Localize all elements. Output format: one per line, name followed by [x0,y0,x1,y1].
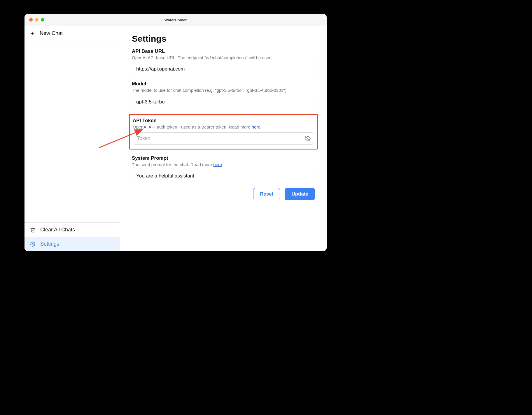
api-token-input[interactable] [133,132,314,145]
action-buttons: Reset Update [132,188,315,200]
field-model: Model The model to use for chat completi… [132,81,315,108]
sidebar-bottom: Clear All Chats Settings [24,222,120,251]
window-body: New Chat Clear All Chats Settings [24,26,327,251]
window-title: WaterCooler [24,18,327,22]
svg-point-2 [32,243,34,245]
window-maximize-button[interactable] [41,18,44,22]
field-api-base-url: API Base URL OpenAI API base URL. The en… [132,48,315,75]
app-window: WaterCooler New Chat Clear All Chats [24,14,327,251]
sidebar: New Chat Clear All Chats Settings [24,26,120,251]
settings-nav-label: Settings [40,241,59,247]
update-button[interactable]: Update [285,188,315,200]
api-token-input-wrap [133,132,314,145]
field-api-token-highlighted: API Token OpenAI API auth token - used a… [129,114,318,150]
api-token-label: API Token [133,118,314,124]
traffic-lights [24,18,44,22]
reset-button[interactable]: Reset [253,188,280,200]
api-token-readmore-link[interactable]: here [252,124,260,129]
new-chat-button[interactable]: New Chat [24,26,120,41]
titlebar: WaterCooler [24,14,327,26]
new-chat-label: New Chat [40,30,63,36]
sidebar-top: New Chat [24,26,120,222]
gear-icon [30,241,36,247]
api-base-url-input[interactable] [132,63,315,75]
plus-icon [30,31,35,36]
model-label: Model [132,81,315,87]
clear-all-chats-label: Clear All Chats [40,227,75,233]
clear-all-chats-button[interactable]: Clear All Chats [24,223,120,237]
page-title: Settings [132,34,315,44]
trash-icon [30,227,36,233]
api-base-url-description: OpenAI API base URL. The endpoint "/v1/c… [132,55,315,61]
system-prompt-label: System Prompt [132,155,315,161]
field-system-prompt: System Prompt The seed prompt for the ch… [132,155,315,182]
main-content: Settings API Base URL OpenAI API base UR… [120,26,327,251]
system-prompt-description-text: The seed prompt for the chat. Read more [132,162,213,167]
window-minimize-button[interactable] [35,18,38,22]
system-prompt-input[interactable] [132,170,315,182]
settings-nav-button[interactable]: Settings [24,237,120,251]
api-token-description-text: OpenAI API auth token - used as a Bearer… [133,124,252,129]
system-prompt-readmore-link[interactable]: here [213,162,222,167]
api-base-url-label: API Base URL [132,48,315,54]
system-prompt-description: The seed prompt for the chat. Read more … [132,162,315,168]
api-token-description: OpenAI API auth token - used as a Bearer… [133,124,314,130]
window-close-button[interactable] [29,18,33,22]
eye-off-icon[interactable] [305,136,311,141]
model-description: The model to use for chat completion (e.… [132,87,315,93]
model-input[interactable] [132,96,315,108]
